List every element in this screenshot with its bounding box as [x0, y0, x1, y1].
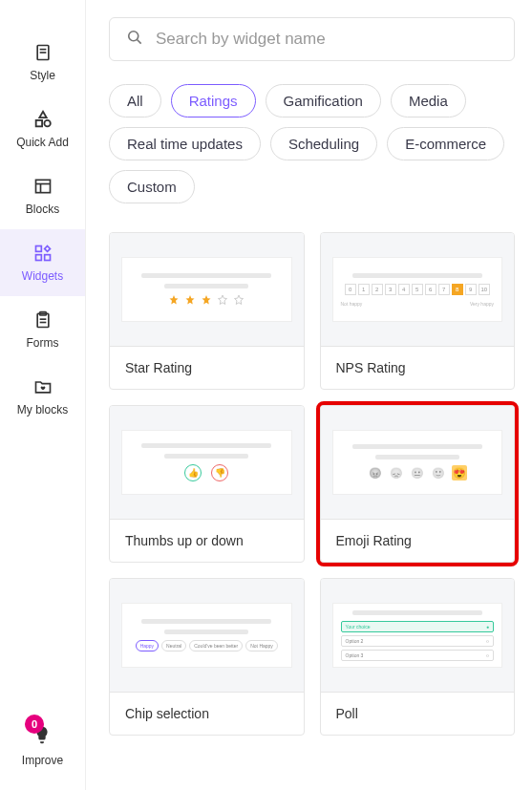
sidebar-item-widgets[interactable]: Widgets [0, 229, 85, 296]
star-icons [168, 294, 245, 306]
card-preview: 👍 👎 [110, 406, 304, 519]
thumbs-up-icon: 👍 [184, 464, 202, 481]
widget-card-nps-rating[interactable]: 012345678910 Not happyVery happy NPS Rat… [320, 232, 516, 390]
sidebar-item-quick-add[interactable]: Quick Add [0, 96, 85, 162]
svg-rect-3 [35, 120, 41, 126]
filter-all[interactable]: All [109, 84, 161, 117]
main-panel: All Ratings Gamification Media Real time… [86, 0, 532, 790]
filter-real-time-updates[interactable]: Real time updates [109, 127, 261, 160]
search-icon [125, 28, 144, 51]
card-preview: Your choice● Option 2○ Option 3○ [321, 579, 515, 692]
filter-pills: All Ratings Gamification Media Real time… [109, 84, 515, 203]
filter-e-commerce[interactable]: E-commerce [387, 127, 504, 160]
widget-card-emoji-rating[interactable]: 😡😞😐🙂😍 Emoji Rating [320, 405, 516, 563]
sidebar-item-style[interactable]: Style [0, 29, 85, 96]
widget-card-chip-selection[interactable]: Happy Neutral Could've been better Not H… [109, 578, 305, 736]
sidebar-item-label: My blocks [17, 403, 68, 416]
widget-card-poll[interactable]: Your choice● Option 2○ Option 3○ Poll [320, 578, 516, 736]
search-container [109, 17, 515, 61]
card-preview [110, 233, 304, 346]
thumbs-down-icon: 👎 [211, 464, 228, 481]
poll-options: Your choice● Option 2○ Option 3○ [341, 621, 495, 661]
folder-heart-icon [32, 376, 53, 397]
svg-line-16 [138, 40, 141, 44]
svg-rect-8 [35, 246, 41, 252]
card-label: NPS Rating [321, 346, 515, 389]
sidebar-item-forms[interactable]: Forms [0, 296, 85, 363]
shapes-icon [32, 109, 53, 130]
filter-scheduling[interactable]: Scheduling [270, 127, 377, 160]
sidebar-item-improve[interactable]: 0 Improve [22, 709, 63, 790]
layout-icon [32, 176, 53, 197]
sidebar: Style Quick Add Blocks Widgets Forms My … [0, 0, 86, 790]
widget-card-thumbs[interactable]: 👍 👎 Thumbs up or down [109, 405, 305, 563]
card-preview: 😡😞😐🙂😍 [321, 406, 515, 519]
filter-gamification[interactable]: Gamification [266, 84, 381, 117]
clipboard-icon [32, 310, 53, 331]
card-label: Poll [321, 692, 515, 735]
svg-point-4 [44, 120, 50, 126]
widget-card-star-rating[interactable]: Star Rating [109, 232, 305, 390]
card-preview: Happy Neutral Could've been better Not H… [110, 579, 304, 692]
card-label: Chip selection [110, 692, 304, 735]
sidebar-item-label: Style [30, 69, 55, 82]
sidebar-item-label: Forms [27, 336, 59, 350]
card-label: Thumbs up or down [110, 519, 304, 562]
filter-media[interactable]: Media [391, 84, 466, 117]
svg-rect-10 [35, 255, 41, 261]
svg-rect-9 [44, 255, 50, 261]
svg-rect-5 [35, 180, 50, 192]
nps-scale: 012345678910 [345, 284, 490, 295]
chip-options: Happy Neutral Could've been better Not H… [136, 640, 278, 651]
card-preview: 012345678910 Not happyVery happy [321, 233, 515, 346]
sidebar-item-label: Blocks [26, 203, 59, 216]
card-label: Emoji Rating [321, 519, 515, 562]
emoji-scale: 😡😞😐🙂😍 [368, 465, 467, 480]
style-icon [32, 42, 53, 63]
sidebar-item-label: Widgets [22, 269, 63, 283]
sidebar-item-label: Quick Add [16, 136, 69, 149]
sidebar-item-my-blocks[interactable]: My blocks [0, 363, 85, 430]
svg-point-15 [129, 32, 138, 41]
sidebar-item-blocks[interactable]: Blocks [0, 162, 85, 229]
widget-grid: Star Rating 012345678910 Not happyVery h… [109, 232, 515, 736]
filter-custom[interactable]: Custom [109, 170, 195, 203]
filter-ratings[interactable]: Ratings [171, 84, 256, 117]
search-input[interactable] [156, 30, 499, 49]
improve-label: Improve [22, 754, 63, 767]
card-label: Star Rating [110, 346, 304, 389]
widgets-icon [32, 243, 53, 264]
